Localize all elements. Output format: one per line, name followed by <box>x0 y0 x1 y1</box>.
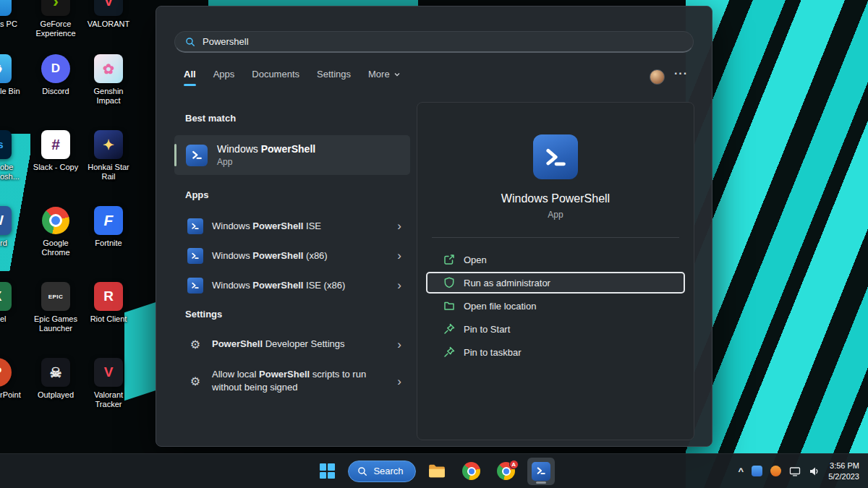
powerpoint-icon: P <box>0 358 12 387</box>
pin-icon <box>443 323 455 335</box>
result-powershell-ise[interactable]: Windows PowerShell ISE › <box>174 211 410 241</box>
date-text: 5/2/2023 <box>828 471 859 482</box>
icon-label: Outplayed <box>38 390 74 400</box>
action-open-file-location[interactable]: Open file location <box>426 295 685 317</box>
action-pin-to-taskbar[interactable]: Pin to taskbar <box>426 341 685 363</box>
desktop-icon-fortnite[interactable]: F Fortnite <box>81 206 136 248</box>
system-tray: ^ 3:56 PM 5/2/2023 <box>739 454 864 488</box>
discord-icon: D <box>41 54 70 83</box>
desktop-icon-genshin-impact[interactable]: ✿ Genshin Impact <box>81 54 136 106</box>
desktop-icon-riot-client[interactable]: R Riot Client <box>81 282 136 324</box>
search-icon <box>357 466 367 476</box>
result-title: PowerShell Developer Settings <box>212 338 388 351</box>
clock[interactable]: 3:56 PM 5/2/2023 <box>828 461 864 482</box>
desktop-icon-outplayed[interactable]: ☠ Outplayed <box>28 358 83 400</box>
settings-heading: Settings <box>185 309 222 320</box>
icon-label: Fortnite <box>95 239 122 248</box>
volume-icon[interactable] <box>809 466 820 477</box>
icon-label: Valorant Tracker <box>94 390 123 409</box>
search-flyout: Powershell All Apps Documents Settings M… <box>156 6 712 447</box>
powershell-icon <box>186 145 208 166</box>
user-avatar[interactable] <box>650 69 665 85</box>
powershell-icon <box>187 248 203 264</box>
best-match-result[interactable]: Windows PowerShell App <box>174 135 410 175</box>
icon-label: VALORANT <box>88 20 129 29</box>
powershell-icon-large <box>533 134 578 179</box>
icon-label: obe osh... <box>0 163 20 181</box>
chevron-right-icon: › <box>397 279 401 291</box>
result-title: Windows PowerShell <box>217 143 315 155</box>
tab-documents[interactable]: Documents <box>252 69 299 86</box>
icon-label: le Bin <box>0 87 20 96</box>
excel-icon: X <box>0 282 12 311</box>
result-powershell-x86[interactable]: Windows PowerShell (x86) › <box>174 241 410 270</box>
icon-label: rPoint <box>0 390 21 400</box>
taskbar-search-button[interactable]: Search <box>348 461 415 482</box>
icon-label: el <box>0 314 7 324</box>
result-developer-settings[interactable]: ⚙ PowerShell Developer Settings › <box>174 330 410 359</box>
desktop-icon-geforce-experience[interactable]: › GeForce Experience <box>28 0 83 38</box>
riot-client-icon: R <box>94 282 123 311</box>
options-icon[interactable]: ··· <box>674 67 688 80</box>
desktop-icon-valorant-tracker[interactable]: V Valorant Tracker <box>81 358 136 409</box>
icon-label: Genshin Impact <box>94 87 124 106</box>
settings-icon: ⚙ <box>187 374 203 388</box>
settings-icon: ⚙ <box>187 338 203 351</box>
icon-label: rd <box>0 239 7 248</box>
result-preview-panel: Windows PowerShell App Open Run as admin… <box>417 102 694 440</box>
desktop-icon-google-chrome[interactable]: Google Chrome <box>28 206 83 257</box>
fortnite-icon: F <box>94 206 123 235</box>
tab-apps[interactable]: Apps <box>213 69 235 86</box>
file-explorer-button[interactable] <box>423 458 451 485</box>
icon-label: Epic Games Launcher <box>34 314 77 333</box>
search-input[interactable]: Powershell <box>174 31 694 53</box>
hidden-icons-chevron[interactable]: ^ <box>739 466 744 476</box>
profile-badge: A <box>509 460 519 469</box>
result-powershell-ise-x86[interactable]: Windows PowerShell ISE (x86) › <box>174 270 410 300</box>
action-pin-to-start[interactable]: Pin to Start <box>426 318 685 340</box>
search-filter-tabs: All Apps Documents Settings More <box>184 69 401 86</box>
windows-logo-icon <box>320 463 335 479</box>
chevron-right-icon: › <box>397 220 401 232</box>
word-icon: W <box>0 206 12 235</box>
honkai-icon: ✦ <box>94 130 123 159</box>
geforce-icon: › <box>41 0 70 16</box>
powershell-icon <box>187 278 203 294</box>
taskbar: Search A ^ 3:56 <box>0 453 868 488</box>
folder-icon <box>443 300 455 312</box>
valorant-tracker-icon: V <box>94 358 123 387</box>
slack-icon: # <box>41 130 70 159</box>
desktop-icon-discord[interactable]: D Discord <box>28 54 83 96</box>
tray-app-icon-1[interactable] <box>752 466 762 476</box>
chrome-button[interactable] <box>458 458 485 485</box>
chrome-icon <box>462 462 480 480</box>
desktop-icon-slack-copy[interactable]: # Slack - Copy <box>28 130 83 172</box>
action-list: Open Run as administrator Open file loca… <box>417 248 694 364</box>
tab-more[interactable]: More <box>368 69 401 86</box>
powershell-icon <box>187 218 203 234</box>
tab-settings[interactable]: Settings <box>317 69 351 86</box>
open-icon <box>443 254 455 265</box>
action-run-as-administrator[interactable]: Run as administrator <box>426 272 685 294</box>
apps-heading: Apps <box>185 189 209 200</box>
tab-all[interactable]: All <box>184 69 196 86</box>
outplayed-icon: ☠ <box>41 358 70 387</box>
tray-app-icon-2[interactable] <box>770 466 781 476</box>
action-open[interactable]: Open <box>426 249 685 270</box>
desktop-icon-honkai-star-rail[interactable]: ✦ Honkai Star Rail <box>81 130 136 181</box>
result-allow-local-scripts[interactable]: ⚙ Allow local PowerShell scripts to run … <box>174 360 410 402</box>
desktop-icon-epic-games-launcher[interactable]: EPIC Epic Games Launcher <box>28 282 83 333</box>
genshin-icon: ✿ <box>94 54 123 83</box>
start-button[interactable] <box>313 458 341 485</box>
best-match-heading: Best match <box>185 113 236 124</box>
icon-label: Discord <box>42 87 69 96</box>
file-explorer-icon <box>427 462 446 481</box>
powershell-icon <box>532 462 550 481</box>
chrome-profile-button[interactable]: A <box>493 458 520 485</box>
result-title: Windows PowerShell (x86) <box>212 249 388 262</box>
desktop-icon-valorant[interactable]: V VALORANT <box>81 0 136 29</box>
powershell-taskbar-button[interactable] <box>527 458 555 485</box>
chevron-down-icon <box>393 71 401 78</box>
network-icon[interactable] <box>789 466 801 477</box>
photoshop-icon: Ps <box>0 130 12 159</box>
